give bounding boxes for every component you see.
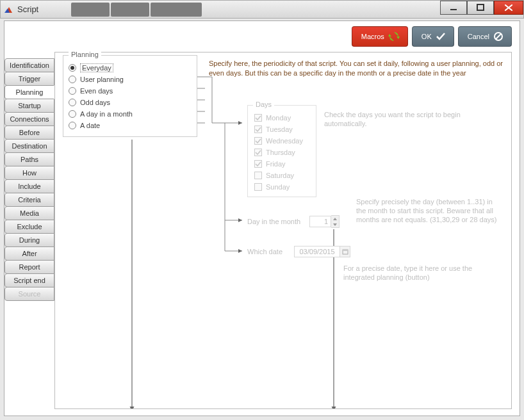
days-legend: Days [253,101,274,108]
planning-option-user-planning[interactable]: User planning [69,74,192,85]
day-label: Friday [266,160,286,168]
day-tuesday[interactable]: Tuesday [254,124,309,135]
day-thursday[interactable]: Thursday [254,147,309,158]
radio-label: Everyday [80,63,113,72]
radio-icon [69,122,76,129]
check-icon [436,32,446,41]
radio-label: Even days [80,87,113,95]
radio-icon [69,76,76,83]
days-group: Days MondayTuesdayWednesdayThursdayFrida… [247,105,316,197]
svg-rect-1 [477,4,484,10]
day-label: Wednesday [266,137,303,145]
maximize-button[interactable] [467,1,494,15]
background-tabs [71,3,202,17]
checkbox-icon [254,183,262,191]
window-title: Script [17,4,38,14]
day-label: Saturday [266,172,294,179]
which-date-input[interactable] [294,246,340,257]
spin-up-button[interactable] [331,216,339,222]
planning-option-odd-days[interactable]: Odd days [69,97,192,108]
sidetab-trigger[interactable]: Trigger [4,72,54,86]
macros-button[interactable]: Macros [352,26,408,47]
radio-icon [69,110,76,118]
main-panel: Planning EverydayUser planningEven daysO… [54,52,512,409]
day-label: Monday [266,114,291,122]
sidetab-report[interactable]: Report [4,260,54,274]
sidetab-include[interactable]: Include [4,179,54,193]
minimize-button[interactable] [440,1,467,15]
checkbox-icon [254,160,262,168]
day-label: Sunday [266,183,290,191]
top-actions: Macros OK Cancel [352,26,512,47]
checkbox-icon [254,137,262,145]
close-button[interactable] [494,1,523,15]
day-monday[interactable]: Monday [254,112,309,124]
title-bar: Script [0,0,524,19]
cancel-button[interactable]: Cancel [458,26,512,47]
sidetab-identification[interactable]: Identification [4,58,54,72]
day-saturday[interactable]: Saturday [254,170,309,181]
side-tabs: IdentificationTriggerPlanningStartupConn… [4,58,54,300]
ok-button[interactable]: OK [412,26,454,47]
sidetab-criteria[interactable]: Criteria [4,193,54,207]
planning-group: Planning EverydayUser planningEven daysO… [63,55,197,137]
checkbox-icon [254,149,262,156]
sidetab-paths[interactable]: Paths [4,152,54,166]
sidetab-during[interactable]: During [4,233,54,247]
radio-label: Odd days [80,99,110,106]
day-in-month-stepper[interactable] [309,215,340,228]
sidetab-exclude[interactable]: Exclude [4,220,54,234]
sidetab-planning[interactable]: Planning [4,85,54,99]
app-icon [4,5,13,14]
planning-option-even-days[interactable]: Even days [69,85,192,97]
sidetab-before[interactable]: Before [4,125,54,140]
radio-label: A day in a month [80,110,133,118]
day-in-month-label: Day in the month [247,218,300,225]
day-label: Tuesday [266,125,293,133]
planning-option-a-day-in-a-month[interactable]: A day in a month [69,108,192,120]
day-in-month-hint: Specify precisely the day (between 1..31… [356,197,504,224]
which-date-hint: For a precise date, type it here or use … [343,264,504,282]
sidetab-script-end[interactable]: Script end [4,273,54,287]
macros-label: Macros [361,33,384,40]
svg-rect-4 [343,250,348,251]
sidetab-how[interactable]: How [4,166,54,180]
day-in-month-input[interactable] [309,216,331,227]
radio-icon [69,64,76,72]
planning-option-everyday[interactable]: Everyday [69,62,192,74]
radio-label: A date [80,122,100,129]
forbidden-icon [493,31,504,42]
svg-rect-0 [450,9,457,10]
radio-icon [69,99,76,106]
ok-label: OK [422,33,432,40]
checkbox-icon [254,114,262,122]
radio-label: User planning [80,76,124,83]
sidetab-destination[interactable]: Destination [4,139,54,153]
days-hint: Check the days you want the script to be… [324,110,504,128]
spin-down-button[interactable] [331,222,339,227]
which-date-label: Which date [247,248,282,255]
cancel-label: Cancel [468,33,489,40]
planning-option-a-date[interactable]: A date [69,120,192,131]
day-label: Thursday [266,149,295,156]
sidetab-source[interactable]: Source [4,287,54,301]
planning-description: Specify here, the periodicity of that sc… [209,59,504,78]
day-in-month-row: Day in the month [247,215,340,228]
sidetab-after[interactable]: After [4,246,54,261]
which-date-row: Which date [247,246,350,257]
sidetab-media[interactable]: Media [4,206,54,220]
sidetab-connections[interactable]: Connections [4,112,54,126]
macros-icon [388,31,400,42]
dialog-body: Macros OK Cancel IdentificationTriggerPl… [4,20,520,416]
date-picker-button[interactable] [340,246,350,257]
day-wednesday[interactable]: Wednesday [254,135,309,147]
planning-legend: Planning [69,51,101,58]
day-sunday[interactable]: Sunday [254,181,309,193]
checkbox-icon [254,172,262,179]
checkbox-icon [254,125,262,133]
radio-icon [69,87,76,95]
day-friday[interactable]: Friday [254,158,309,170]
sidetab-startup[interactable]: Startup [4,99,54,113]
